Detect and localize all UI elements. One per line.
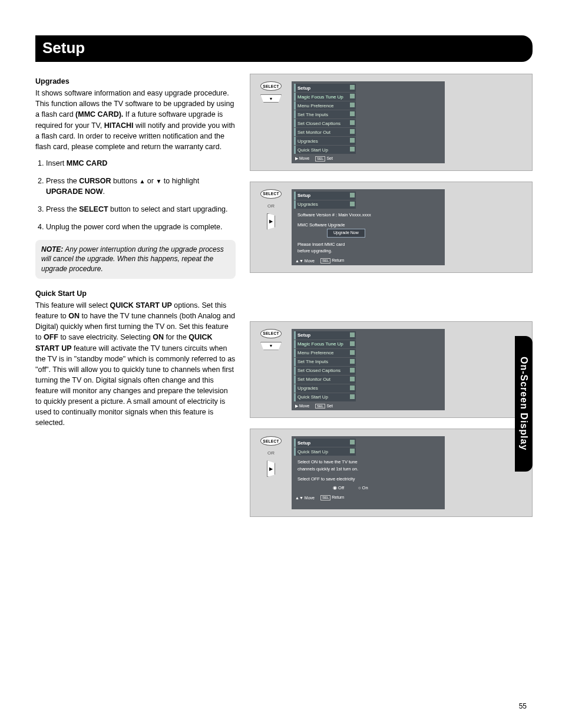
select-button-icon: SELECT bbox=[260, 436, 282, 446]
osd-footer: ▶ Move SEL Set bbox=[294, 402, 442, 410]
osd-upgrade-body: Software Version # : Main Vxxxx.xxxx MMC… bbox=[294, 209, 442, 257]
osd-item: Quick Start Up bbox=[294, 447, 356, 456]
osd-item: Menu Preference bbox=[294, 349, 356, 357]
left-column: Upgrades It shows software information a… bbox=[35, 74, 236, 517]
osd-item: Menu Preference bbox=[294, 101, 356, 110]
select-button-icon: SELECT bbox=[260, 329, 282, 338]
or-label: OR bbox=[267, 203, 275, 209]
osd-panel-upgrades: SELECT OR ▶ Setup Upgrades Software Vers… bbox=[250, 182, 533, 273]
osd-menu: Setup Magic Focus Tune Up Menu Preferenc… bbox=[292, 81, 445, 163]
osd-menu: Setup Magic Focus Tune Up Menu Preferenc… bbox=[292, 329, 445, 411]
or-label: OR bbox=[267, 450, 275, 456]
quickstart-body: This feature will select QUICK START UP … bbox=[35, 300, 236, 429]
radio-on[interactable]: ○ On bbox=[358, 485, 368, 491]
osd-title: Setup bbox=[294, 439, 356, 447]
osd-item: Upgrades bbox=[294, 200, 356, 209]
osd-item: Quick Start Up bbox=[294, 146, 356, 154]
right-button-icon: ▶ bbox=[267, 213, 275, 230]
select-button-icon: SELECT bbox=[260, 81, 282, 91]
osd-panel-setup-1: SELECT ▼ Setup Magic Focus Tune Up Menu … bbox=[250, 74, 533, 171]
osd-title: Setup bbox=[294, 192, 356, 200]
osd-item: Set The Inputs bbox=[294, 110, 356, 118]
osd-panel-setup-2: SELECT ▼ Setup Magic Focus Tune Up Menu … bbox=[250, 321, 533, 419]
right-column: SELECT ▼ Setup Magic Focus Tune Up Menu … bbox=[250, 74, 533, 517]
osd-item: Set The Inputs bbox=[294, 358, 356, 366]
note-box: NOTE: Any power interruption during the … bbox=[35, 240, 236, 279]
osd-item: Magic Focus Tune Up bbox=[294, 340, 356, 348]
osd-menu: Setup Quick Start Up Select ON to have t… bbox=[292, 436, 445, 509]
upgrades-heading: Upgrades bbox=[35, 76, 236, 87]
select-button-icon: SELECT bbox=[260, 189, 282, 199]
upgrades-intro: It shows software information and easy u… bbox=[35, 88, 236, 152]
down-button-icon: ▼ bbox=[260, 94, 282, 103]
osd-item: Upgrades bbox=[294, 384, 356, 393]
osd-title: Setup bbox=[294, 331, 356, 340]
right-button-icon: ▶ bbox=[267, 460, 275, 477]
quickstart-heading: Quick Start Up bbox=[35, 288, 236, 299]
step-1: Insert MMC CARD bbox=[46, 158, 236, 169]
osd-footer: ▶ Move SEL Set bbox=[294, 154, 442, 162]
osd-item: Set Closed Captions bbox=[294, 119, 356, 127]
upgrade-steps: Insert MMC CARD Press the CURSOR buttons… bbox=[46, 158, 236, 233]
side-tab: On-Screen Display bbox=[515, 336, 533, 472]
page-title: Setup bbox=[35, 35, 533, 62]
down-button-icon: ▼ bbox=[260, 342, 282, 350]
osd-item: Set Monitor Out bbox=[294, 375, 356, 384]
osd-footer: ▲▼ Move SEL Return bbox=[294, 493, 442, 501]
step-2: Press the CURSOR buttons ▲ or ▼ to highl… bbox=[46, 176, 236, 197]
page-number: 55 bbox=[519, 702, 527, 710]
osd-item: Quick Start Up bbox=[294, 393, 356, 401]
step-4: Unplug the power cord when the upgrade i… bbox=[46, 222, 236, 232]
radio-off[interactable]: ◉ Off bbox=[333, 485, 344, 491]
osd-menu: Setup Upgrades Software Version # : Main… bbox=[292, 189, 445, 265]
osd-footer: ▲▼ Move SEL Return bbox=[294, 256, 442, 264]
osd-item: Set Monitor Out bbox=[294, 128, 356, 136]
osd-item: Magic Focus Tune Up bbox=[294, 93, 356, 101]
osd-panel-quickstart: SELECT OR ▶ Setup Quick Start Up Select … bbox=[250, 429, 533, 517]
osd-item: Upgrades bbox=[294, 137, 356, 145]
upgrade-now-button[interactable]: Upgrade Now bbox=[327, 229, 365, 238]
osd-quickstart-body: Select ON to have the TV tune channels q… bbox=[294, 456, 442, 493]
step-3: Press the SELECT button to select and st… bbox=[46, 204, 236, 215]
osd-item: Set Closed Captions bbox=[294, 367, 356, 375]
osd-title: Setup bbox=[294, 84, 356, 92]
